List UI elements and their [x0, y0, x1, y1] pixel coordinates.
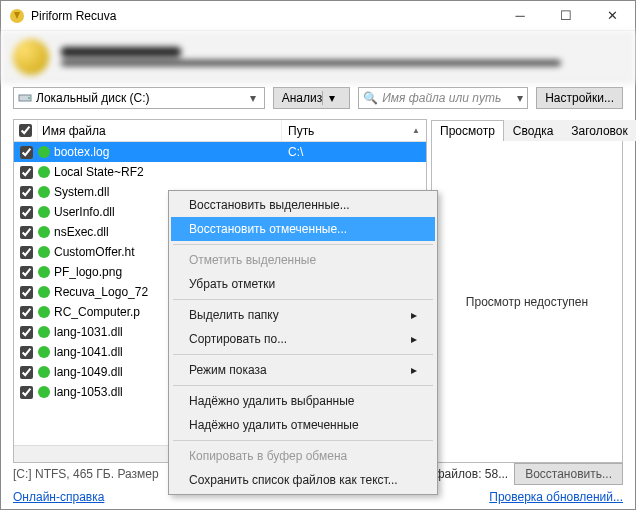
analyze-label: Анализ	[282, 91, 323, 105]
select-all-checkbox[interactable]	[14, 120, 38, 141]
column-name[interactable]: Имя файла	[38, 120, 282, 141]
toolbar: Локальный диск (C:) ▾ Анализ ▾ 🔍 Имя фай…	[1, 83, 635, 113]
updates-link[interactable]: Проверка обновлений...	[489, 490, 623, 504]
row-checkbox[interactable]	[20, 386, 33, 399]
fs-info: [C:] NTFS, 465 ГБ. Размер	[13, 467, 159, 481]
menu-item[interactable]: Восстановить выделенные...	[171, 193, 435, 217]
status-dot-icon	[38, 226, 50, 238]
column-path[interactable]: Путь ▲	[282, 120, 426, 141]
status-dot-icon	[38, 186, 50, 198]
row-checkbox[interactable]	[20, 246, 33, 259]
help-link[interactable]: Онлайн-справка	[13, 490, 104, 504]
status-dot-icon	[38, 366, 50, 378]
tab-1[interactable]: Сводка	[504, 120, 563, 141]
menu-item[interactable]: Сохранить список файлов как текст...	[171, 468, 435, 492]
minimize-button[interactable]: ─	[497, 1, 543, 31]
menu-item[interactable]: Выделить папку▸	[171, 303, 435, 327]
window-title: Piriform Recuva	[31, 9, 497, 23]
search-placeholder: Имя файла или путь	[382, 91, 501, 105]
chevron-down-icon[interactable]: ▾	[322, 91, 341, 105]
menu-item[interactable]: Сортировать по...▸	[171, 327, 435, 351]
chevron-down-icon: ▾	[246, 91, 260, 105]
row-checkbox[interactable]	[20, 286, 33, 299]
submenu-arrow-icon: ▸	[411, 363, 417, 377]
file-name: Local State~RF2	[54, 165, 282, 179]
menu-separator	[173, 299, 433, 300]
status-dot-icon	[38, 286, 50, 298]
row-checkbox[interactable]	[20, 266, 33, 279]
status-dot-icon	[38, 146, 50, 158]
disk-icon	[18, 90, 32, 107]
submenu-arrow-icon: ▸	[411, 308, 417, 322]
row-checkbox[interactable]	[20, 306, 33, 319]
menu-separator	[173, 440, 433, 441]
app-icon	[9, 8, 25, 24]
menu-separator	[173, 244, 433, 245]
row-checkbox[interactable]	[20, 366, 33, 379]
maximize-button[interactable]: ☐	[543, 1, 589, 31]
file-name: bootex.log	[54, 145, 282, 159]
status-dot-icon	[38, 346, 50, 358]
menu-item[interactable]: Восстановить отмеченные...	[171, 217, 435, 241]
menu-item[interactable]: Надёжно удалить отмеченные	[171, 413, 435, 437]
chevron-down-icon: ▾	[517, 91, 523, 105]
list-header: Имя файла Путь ▲	[14, 120, 426, 142]
drive-selector[interactable]: Локальный диск (C:) ▾	[13, 87, 265, 109]
preview-text: Просмотр недоступен	[466, 295, 588, 309]
preview-body: Просмотр недоступен	[431, 141, 623, 463]
analyze-button[interactable]: Анализ ▾	[273, 87, 351, 109]
tab-0[interactable]: Просмотр	[431, 120, 504, 141]
drive-label: Локальный диск (C:)	[36, 91, 150, 105]
row-checkbox[interactable]	[20, 326, 33, 339]
menu-item: Копировать в буфер обмена	[171, 444, 435, 468]
menu-item[interactable]: Надёжно удалить выбранные	[171, 389, 435, 413]
menu-separator	[173, 354, 433, 355]
search-icon: 🔍	[363, 91, 378, 105]
status-dot-icon	[38, 246, 50, 258]
status-dot-icon	[38, 166, 50, 178]
tab-2[interactable]: Заголовок	[562, 120, 636, 141]
menu-item[interactable]: Режим показа▸	[171, 358, 435, 382]
close-button[interactable]: ✕	[589, 1, 635, 31]
files-found: файлов: 58...	[435, 467, 508, 481]
status-dot-icon	[38, 326, 50, 338]
preview-pane: ПросмотрСводкаЗаголовок Просмотр недосту…	[431, 119, 623, 463]
context-menu[interactable]: Восстановить выделенные...Восстановить о…	[168, 190, 438, 495]
row-checkbox[interactable]	[20, 346, 33, 359]
row-checkbox[interactable]	[20, 206, 33, 219]
table-row[interactable]: bootex.logC:\	[14, 142, 426, 162]
file-path: C:\	[282, 145, 426, 159]
status-dot-icon	[38, 306, 50, 318]
submenu-arrow-icon: ▸	[411, 332, 417, 346]
row-checkbox[interactable]	[20, 186, 33, 199]
row-checkbox[interactable]	[20, 166, 33, 179]
menu-separator	[173, 385, 433, 386]
status-dot-icon	[38, 206, 50, 218]
menu-item[interactable]: Убрать отметки	[171, 272, 435, 296]
status-dot-icon	[38, 266, 50, 278]
row-checkbox[interactable]	[20, 226, 33, 239]
svg-point-2	[28, 97, 30, 99]
menu-item: Отметить выделенные	[171, 248, 435, 272]
settings-button[interactable]: Настройки...	[536, 87, 623, 109]
row-checkbox[interactable]	[20, 146, 33, 159]
search-input[interactable]: 🔍 Имя файла или путь ▾	[358, 87, 528, 109]
table-row[interactable]: Local State~RF2	[14, 162, 426, 182]
title-bar: Piriform Recuva ─ ☐ ✕	[1, 1, 635, 31]
recuva-logo-icon	[13, 39, 49, 75]
preview-tabs: ПросмотрСводкаЗаголовок	[431, 119, 623, 141]
recover-button[interactable]: Восстановить...	[514, 463, 623, 485]
header-banner	[1, 31, 635, 83]
sort-asc-icon: ▲	[412, 126, 420, 135]
status-dot-icon	[38, 386, 50, 398]
